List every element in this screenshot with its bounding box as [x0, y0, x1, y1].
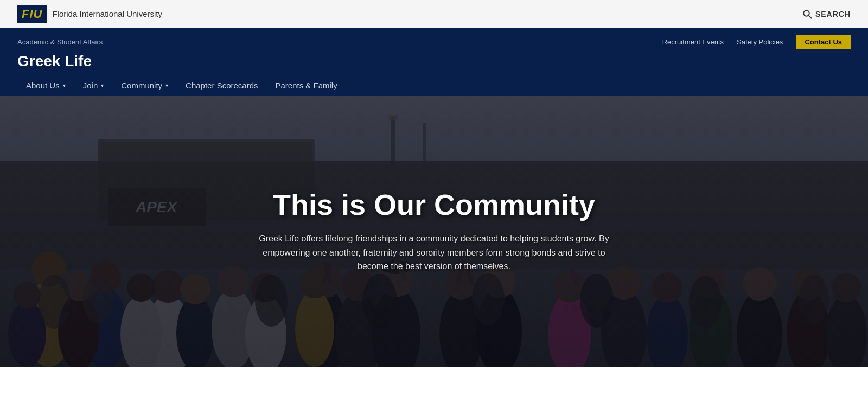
nav-item-community[interactable]: Community ▾	[112, 75, 177, 96]
university-name: Florida International University	[52, 9, 162, 18]
svg-line-1	[809, 15, 812, 18]
site-title: Greek Life	[17, 53, 851, 70]
hero-title: This is Our Community	[255, 189, 613, 221]
fiu-logo[interactable]: FIU Florida International University	[17, 5, 162, 23]
nav-right-links: Recruitment Events Safety Policies Conta…	[662, 35, 851, 49]
breadcrumb[interactable]: Academic & Student Affairs	[17, 38, 103, 46]
top-bar: FIU Florida International University SEA…	[0, 0, 868, 28]
search-button[interactable]: SEARCH	[802, 9, 851, 19]
search-label: SEARCH	[815, 10, 851, 18]
nav-item-join[interactable]: Join ▾	[74, 75, 113, 96]
safety-policies-link[interactable]: Safety Policies	[737, 38, 783, 46]
nav-item-about-us[interactable]: About Us ▾	[17, 75, 74, 96]
contact-us-button[interactable]: Contact Us	[796, 35, 851, 49]
hero-subtitle: Greek Life offers lifelong friendships i…	[255, 232, 613, 274]
main-nav: About Us ▾ Join ▾ Community ▾ Chapter Sc…	[17, 75, 851, 96]
nav-top-row: Academic & Student Affairs Recruitment E…	[17, 35, 851, 49]
chevron-down-icon: ▾	[165, 82, 168, 88]
hero-content: This is Our Community Greek Life offers …	[244, 189, 624, 274]
nav-item-chapter-scorecards[interactable]: Chapter Scorecards	[177, 75, 266, 96]
nav-header: Academic & Student Affairs Recruitment E…	[0, 28, 868, 96]
search-icon	[802, 9, 812, 19]
chevron-down-icon: ▾	[63, 82, 66, 88]
recruitment-events-link[interactable]: Recruitment Events	[662, 38, 724, 46]
nav-item-parents-family[interactable]: Parents & Family	[267, 75, 346, 96]
fiu-logo-text: FIU	[17, 5, 47, 23]
top-bar-left: FIU Florida International University	[17, 5, 162, 23]
chevron-down-icon: ▾	[101, 82, 104, 88]
hero-section: APEX	[0, 96, 868, 367]
